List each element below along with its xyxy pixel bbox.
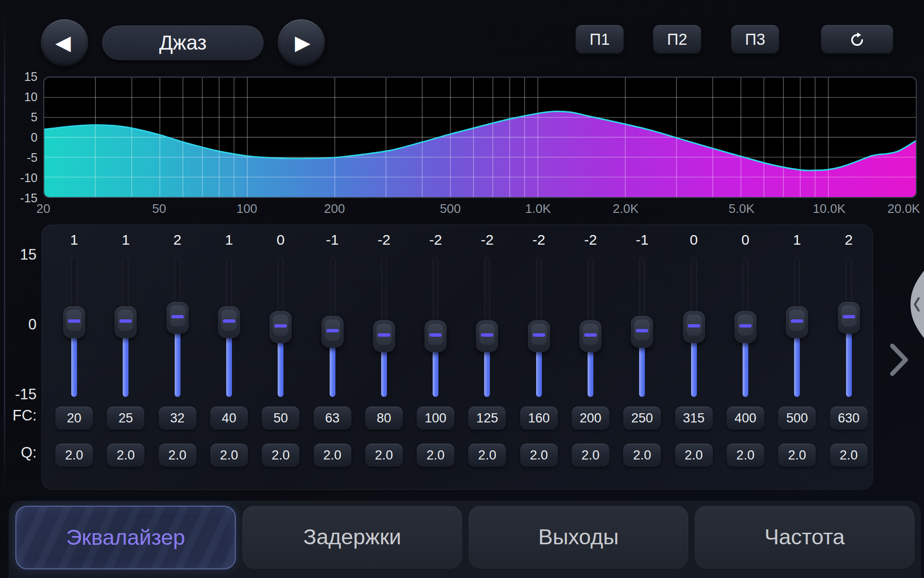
band-fc-button[interactable]: 63 xyxy=(314,407,351,430)
band-gain-slider[interactable] xyxy=(261,257,300,397)
slider-thumb[interactable] xyxy=(683,311,705,343)
band-q-button[interactable]: 2.0 xyxy=(675,444,713,467)
band-gain-slider[interactable] xyxy=(55,257,93,397)
slider-thumb[interactable] xyxy=(528,320,550,352)
band-q-button[interactable]: 2.0 xyxy=(417,444,454,467)
band-gain-slider[interactable] xyxy=(830,257,868,397)
band-fc-button[interactable]: 400 xyxy=(727,407,764,430)
band-q-button[interactable]: 2.0 xyxy=(830,444,868,467)
slider-thumb[interactable] xyxy=(270,311,292,343)
memory-preset-1-button[interactable]: П1 xyxy=(576,25,624,54)
band-fc-button[interactable]: 32 xyxy=(159,407,196,430)
band-gain-slider[interactable] xyxy=(106,257,145,397)
graph-y-tick-label: -5 xyxy=(8,150,38,165)
band-column-4: 1402.0 xyxy=(210,225,248,489)
band-fc-button[interactable]: 630 xyxy=(830,407,868,430)
band-fc-button[interactable]: 250 xyxy=(623,407,661,430)
slider-thumb-dash xyxy=(533,333,545,337)
band-fc-button[interactable]: 100 xyxy=(417,407,454,430)
graph-x-tick-label: 20.0K xyxy=(875,201,924,216)
band-q-button[interactable]: 2.0 xyxy=(468,444,506,467)
next-preset-button[interactable]: ▶ xyxy=(278,19,325,66)
band-gain-slider[interactable] xyxy=(623,257,661,397)
slider-thumb-dash xyxy=(171,315,184,318)
slider-thumb[interactable] xyxy=(838,302,860,334)
tab-frequency[interactable]: Частота xyxy=(695,506,914,568)
band-gain-slider[interactable] xyxy=(158,257,197,397)
chevron-right-icon xyxy=(886,343,912,377)
band-q-button[interactable]: 2.0 xyxy=(727,444,764,467)
graph-x-tick-label: 5.0K xyxy=(713,201,770,216)
tab-outputs[interactable]: Выходы xyxy=(469,506,688,568)
next-bands-button[interactable] xyxy=(886,343,912,377)
slider-thumb[interactable] xyxy=(631,316,653,348)
band-q-button[interactable]: 2.0 xyxy=(107,444,144,467)
band-gain-value: 2 xyxy=(830,232,868,248)
band-q-button[interactable]: 2.0 xyxy=(55,444,93,467)
band-fc-button[interactable]: 200 xyxy=(572,407,609,430)
band-fc-button[interactable]: 20 xyxy=(55,407,93,430)
band-gain-slider[interactable] xyxy=(778,257,816,397)
graph-x-tick-label: 50 xyxy=(130,201,188,216)
slider-thumb[interactable] xyxy=(115,306,137,338)
band-fc-button[interactable]: 25 xyxy=(107,407,144,430)
memory-preset-3-button[interactable]: П3 xyxy=(731,25,779,54)
slider-thumb[interactable] xyxy=(424,320,447,352)
slider-thumb-dash xyxy=(378,333,390,337)
graph-x-tick-label: 10.0K xyxy=(800,201,858,216)
band-column-7: -2802.0 xyxy=(365,225,403,489)
graph-y-tick-label: 10 xyxy=(8,90,38,104)
band-q-button[interactable]: 2.0 xyxy=(623,444,661,467)
slider-thumb[interactable] xyxy=(63,306,85,338)
band-gain-slider[interactable] xyxy=(726,257,765,397)
slider-thumb[interactable] xyxy=(734,311,757,343)
band-gain-slider[interactable] xyxy=(313,257,352,397)
tab-delays-label: Задержки xyxy=(303,525,401,550)
band-q-button[interactable]: 2.0 xyxy=(520,444,558,467)
slider-thumb[interactable] xyxy=(786,306,808,338)
band-column-13: 03152.0 xyxy=(675,225,713,489)
memory-preset-2-button[interactable]: П2 xyxy=(653,25,701,54)
band-gain-slider[interactable] xyxy=(520,257,558,397)
band-q-button[interactable]: 2.0 xyxy=(262,444,299,467)
triangle-right-icon: ▶ xyxy=(295,33,310,53)
slider-thumb[interactable] xyxy=(167,302,189,334)
reset-button[interactable] xyxy=(821,25,893,54)
band-gain-slider[interactable] xyxy=(571,257,610,397)
band-fc-button[interactable]: 160 xyxy=(520,407,558,430)
band-gain-slider[interactable] xyxy=(365,257,403,397)
slider-thumb[interactable] xyxy=(579,320,602,352)
band-fc-button[interactable]: 80 xyxy=(365,407,403,430)
band-q-button[interactable]: 2.0 xyxy=(314,444,351,467)
slider-thumb[interactable] xyxy=(373,320,395,352)
band-scale-label: 0 xyxy=(0,316,37,333)
band-gain-slider[interactable] xyxy=(675,257,713,397)
slider-thumb[interactable] xyxy=(321,316,344,348)
band-q-button[interactable]: 2.0 xyxy=(210,444,248,467)
band-q-button[interactable]: 2.0 xyxy=(159,444,196,467)
slider-thumb[interactable] xyxy=(476,320,498,352)
band-gain-slider[interactable] xyxy=(468,257,506,397)
band-q-button[interactable]: 2.0 xyxy=(572,444,609,467)
band-gain-slider[interactable] xyxy=(210,257,248,397)
tab-equalizer[interactable]: Эквалайзер xyxy=(15,506,236,569)
band-gain-slider[interactable] xyxy=(416,257,455,397)
prev-preset-button[interactable]: ◀ xyxy=(41,19,88,66)
eq-bands-layer: 1202.01252.02322.01402.00502.0-1632.0-28… xyxy=(42,225,873,489)
band-gain-value: 1 xyxy=(55,232,93,248)
side-drawer-handle[interactable] xyxy=(910,271,924,338)
band-fc-button[interactable]: 40 xyxy=(210,407,248,430)
band-fc-button[interactable]: 500 xyxy=(778,407,816,430)
preset-display[interactable]: Джаз xyxy=(102,26,264,60)
graph-x-tick-label: 500 xyxy=(422,201,479,216)
tab-delays[interactable]: Задержки xyxy=(243,506,462,568)
band-fc-button[interactable]: 125 xyxy=(468,407,506,430)
band-q-button[interactable]: 2.0 xyxy=(365,444,403,467)
band-fc-button[interactable]: 50 xyxy=(262,407,299,430)
tab-equalizer-label: Эквалайзер xyxy=(66,525,185,550)
graph-x-tick-label: 100 xyxy=(218,201,276,216)
band-fc-button[interactable]: 315 xyxy=(675,407,713,430)
graph-y-tick-label: 0 xyxy=(8,130,38,144)
slider-thumb[interactable] xyxy=(218,306,240,338)
band-q-button[interactable]: 2.0 xyxy=(778,444,816,467)
